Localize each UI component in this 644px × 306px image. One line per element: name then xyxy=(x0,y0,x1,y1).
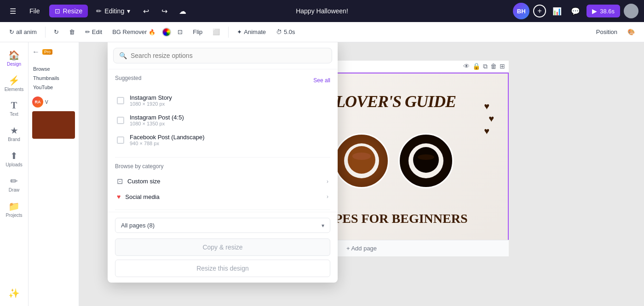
divider2 xyxy=(228,27,229,38)
crop-button[interactable]: ⊡ xyxy=(174,27,186,37)
all-anim-label: all anim xyxy=(16,28,37,35)
chevron-down-icon: ▾ xyxy=(127,7,130,15)
share-time: 38.6s xyxy=(600,8,615,15)
sidebar-label-elements: Elements xyxy=(5,87,24,92)
sidebar-item-apps[interactable]: ✨ xyxy=(1,284,27,302)
sidebar-item-elements[interactable]: ⚡ Elements xyxy=(1,71,27,96)
pages-label: All pages (8) xyxy=(121,222,155,229)
resize-this-button[interactable]: Resize this design xyxy=(115,260,330,277)
more-options-button[interactable]: 🎨 xyxy=(624,27,638,37)
custom-size-icon: ⊡ xyxy=(117,177,123,186)
file-label: File xyxy=(29,7,40,15)
browse-social-media[interactable]: ♥ Social media › xyxy=(115,189,330,204)
see-all-link[interactable]: See all xyxy=(313,77,330,84)
trash-icon: 🗑 xyxy=(69,28,75,35)
browse-custom-size[interactable]: ⊡ Custom size › xyxy=(115,173,330,189)
file-button[interactable]: File xyxy=(24,6,46,17)
hamburger-button[interactable]: ☰ xyxy=(6,4,20,18)
color-picker-button[interactable] xyxy=(162,28,171,37)
avatar-ra: RA xyxy=(32,96,43,108)
checkbox-instagram-story[interactable] xyxy=(117,97,124,104)
paint-icon: 🎨 xyxy=(627,28,635,35)
search-container: 🔍 xyxy=(113,48,332,63)
sub-toolbar: ↻ all anim ↻ 🗑 ✏ Edit BG Remover 🔥 ⊡ Fli… xyxy=(0,22,644,42)
position-button[interactable]: Position xyxy=(592,27,621,37)
sidebar-item-text[interactable]: T Text xyxy=(1,96,27,120)
checkbox-facebook-post[interactable] xyxy=(117,136,124,144)
sidebar-label-draw: Draw xyxy=(9,187,19,193)
refresh-button[interactable]: ↻ xyxy=(50,27,63,37)
sidebar-item-draw[interactable]: ✏ Draw xyxy=(1,172,27,196)
brand-icon: ★ xyxy=(10,125,18,136)
all-anim-button[interactable]: ↻ all anim xyxy=(6,27,40,37)
resize-label: Resize xyxy=(63,7,83,15)
play-icon: ▶ xyxy=(592,7,597,15)
clock-icon: ⏱ xyxy=(276,28,282,35)
copy-resize-button[interactable]: Copy & resize xyxy=(115,238,330,256)
redo-button[interactable]: ↪ xyxy=(157,4,172,18)
resize-icon: ⊡ xyxy=(55,7,60,15)
share-button[interactable]: ▶ 38.6s xyxy=(586,5,620,17)
option-size-1: 1080 × 1350 px xyxy=(130,121,328,126)
browse-title: Browse by category xyxy=(115,163,330,170)
resize-popup-overlay: 🔍 Suggested See all Instagram Story xyxy=(79,42,644,306)
custom-size-label: Custom size xyxy=(127,178,161,185)
panel-v-label: V xyxy=(45,100,48,105)
panel-browse[interactable]: Browse xyxy=(32,64,75,74)
panel: ← Pro Browse Thumbnails YouTube RA V xyxy=(29,42,79,306)
option-instagram-story[interactable]: Instagram Story 1080 × 1920 px xyxy=(115,91,330,110)
sidebar-item-projects[interactable]: 📁 Projects xyxy=(1,197,27,221)
option-instagram-post[interactable]: Instagram Post (4:5) 1080 × 1350 px xyxy=(115,110,330,130)
divider xyxy=(45,27,46,38)
suggested-section: Suggested See all Instagram Story 1080 ×… xyxy=(108,69,338,155)
sidebar-item-design[interactable]: 🏠 Design xyxy=(1,46,27,70)
panel-youtube[interactable]: YouTube xyxy=(32,83,75,92)
sparkle-icon: ✦ xyxy=(237,28,242,35)
sidebar-label-projects: Projects xyxy=(6,213,22,218)
sidebar-item-brand[interactable]: ★ Brand xyxy=(1,121,27,146)
pencil-icon: ✏ xyxy=(96,7,102,15)
halloween-text: Happy Halloween! xyxy=(296,7,348,15)
sidebar-item-uploads[interactable]: ⬆ Uploads xyxy=(1,147,27,171)
suggested-label: Suggested xyxy=(115,75,141,81)
edit-button[interactable]: ✏ Edit xyxy=(81,27,106,37)
suggested-header: Suggested See all xyxy=(115,75,330,86)
add-collaborator-button[interactable]: + xyxy=(533,5,546,17)
apps-icon: ✨ xyxy=(8,288,20,299)
option-facebook-post[interactable]: Facebook Post (Landscape) 940 × 788 px xyxy=(115,130,330,150)
avatar[interactable]: BH xyxy=(513,3,529,19)
crop-icon: ⊡ xyxy=(178,28,183,35)
search-wrap: 🔍 xyxy=(108,42,338,69)
pages-selector[interactable]: All pages (8) ▾ xyxy=(115,218,330,233)
transparency-button[interactable]: ⬜ xyxy=(209,27,224,37)
flip-button[interactable]: Flip xyxy=(189,27,206,37)
undo-button[interactable]: ↩ xyxy=(138,4,153,18)
delete-button[interactable]: 🗑 xyxy=(65,27,79,37)
settings-button[interactable] xyxy=(624,4,638,18)
animate-button[interactable]: ✦ Animate xyxy=(233,27,270,37)
option-name-0: Instagram Story xyxy=(130,94,328,101)
sidebar: 🏠 Design ⚡ Elements T Text ★ Brand ⬆ Upl… xyxy=(0,42,29,306)
pro-badge: Pro xyxy=(42,49,52,55)
option-name-1: Instagram Post (4:5) xyxy=(130,114,328,121)
search-input[interactable] xyxy=(131,52,326,59)
search-icon: 🔍 xyxy=(119,52,127,59)
editing-button[interactable]: ✏ Editing ▾ xyxy=(92,5,135,17)
resize-button[interactable]: ⊡ Resize xyxy=(49,5,88,17)
option-name-2: Facebook Post (Landscape) xyxy=(130,134,328,141)
divider-1 xyxy=(115,157,330,158)
timing-button[interactable]: ⏱ 5.0s xyxy=(272,27,299,37)
divider-2 xyxy=(115,210,330,210)
checkbox-instagram-post[interactable] xyxy=(117,117,124,124)
sidebar-label-design: Design xyxy=(7,62,21,67)
heart-icon: ♥ xyxy=(117,193,121,200)
text-icon: T xyxy=(11,100,17,111)
panel-back-button[interactable]: ← xyxy=(32,48,40,56)
panel-content: Browse Thumbnails YouTube xyxy=(29,62,79,95)
panel-thumb[interactable]: Thumbnails xyxy=(32,74,75,83)
cloud-save-button[interactable]: ☁ xyxy=(175,4,190,18)
sidebar-label-brand: Brand xyxy=(8,137,20,142)
analytics-button[interactable]: 📊 xyxy=(550,4,564,18)
comments-button[interactable]: 💬 xyxy=(568,4,583,18)
bg-remover-button[interactable]: BG Remover 🔥 xyxy=(109,27,159,37)
